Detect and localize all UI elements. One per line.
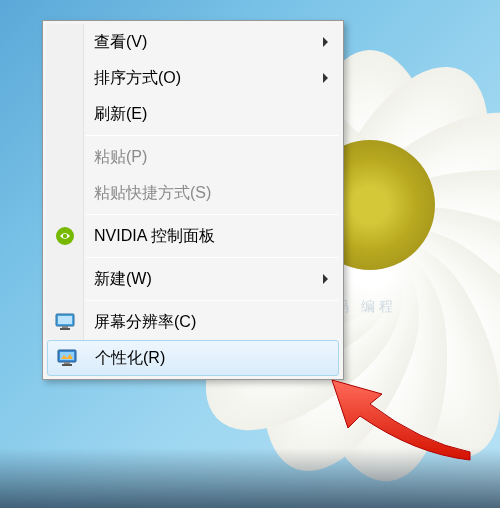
menu-refresh[interactable]: 刷新(E) — [46, 96, 340, 132]
svg-rect-5 — [60, 328, 70, 330]
menu-separator — [86, 135, 338, 136]
submenu-arrow-icon — [323, 37, 328, 47]
menu-separator — [86, 300, 338, 301]
menu-label: 个性化(R) — [95, 348, 165, 369]
desktop-context-menu: 查看(V) 排序方式(O) 刷新(E) 粘贴(P) 粘贴快捷方式(S) NVID… — [42, 20, 344, 380]
menu-label: 粘贴快捷方式(S) — [94, 183, 211, 204]
menu-screen-resolution[interactable]: 屏幕分辨率(C) — [46, 304, 340, 340]
watermark-subtext: 码 编程 — [335, 298, 397, 316]
svg-rect-8 — [64, 362, 70, 364]
menu-label: 粘贴(P) — [94, 147, 147, 168]
nvidia-icon — [55, 226, 75, 246]
menu-paste: 粘贴(P) — [46, 139, 340, 175]
monitor-icon — [55, 312, 75, 332]
wallpaper-shadow — [0, 448, 500, 508]
svg-rect-4 — [62, 326, 68, 328]
svg-rect-9 — [62, 364, 72, 366]
menu-separator — [86, 257, 338, 258]
menu-label: 屏幕分辨率(C) — [94, 312, 196, 333]
menu-label: 新建(W) — [94, 269, 152, 290]
menu-label: 刷新(E) — [94, 104, 147, 125]
menu-label: 查看(V) — [94, 32, 147, 53]
menu-label: 排序方式(O) — [94, 68, 181, 89]
personalize-icon — [57, 348, 77, 368]
menu-new[interactable]: 新建(W) — [46, 261, 340, 297]
svg-point-1 — [63, 234, 67, 238]
menu-view[interactable]: 查看(V) — [46, 24, 340, 60]
submenu-arrow-icon — [323, 73, 328, 83]
submenu-arrow-icon — [323, 274, 328, 284]
menu-paste-shortcut: 粘贴快捷方式(S) — [46, 175, 340, 211]
menu-label: NVIDIA 控制面板 — [94, 226, 215, 247]
menu-sort-by[interactable]: 排序方式(O) — [46, 60, 340, 96]
menu-separator — [86, 214, 338, 215]
svg-rect-3 — [58, 316, 72, 324]
menu-nvidia-control-panel[interactable]: NVIDIA 控制面板 — [46, 218, 340, 254]
menu-personalize[interactable]: 个性化(R) — [47, 340, 339, 376]
